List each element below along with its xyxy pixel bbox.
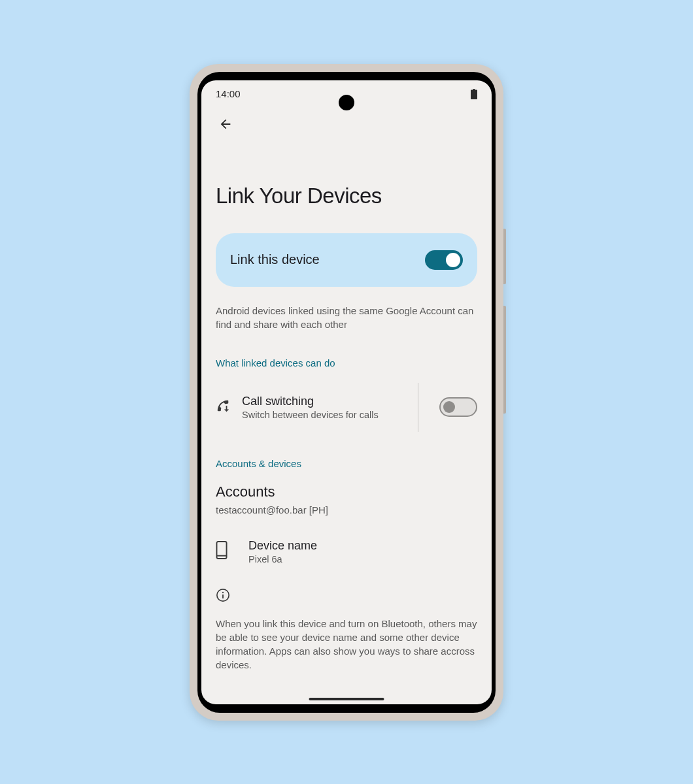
- accounts-email: testaccount@foo.bar [PH]: [216, 504, 477, 515]
- page-title: Link Your Devices: [216, 184, 477, 208]
- svg-point-3: [222, 591, 224, 593]
- link-device-label: Link this device: [230, 252, 320, 267]
- smartphone-icon: [216, 541, 231, 562]
- call-switching-subtitle: Switch between devices for calls: [242, 410, 407, 420]
- volume-button: [503, 306, 506, 414]
- device-name-item[interactable]: Device name Pixel 6a: [216, 539, 477, 564]
- disclosure-text: When you link this device and turn on Bl…: [216, 617, 477, 672]
- screen: 14:00 Link Your Devices Link this device…: [201, 80, 492, 704]
- info-icon: [216, 588, 477, 605]
- call-switching-row[interactable]: Call switching Switch between devices fo…: [216, 383, 477, 432]
- back-button[interactable]: [218, 117, 233, 134]
- call-switching-toggle[interactable]: [439, 397, 477, 417]
- linked-devices-header: What linked devices can do: [216, 357, 477, 368]
- camera-punch: [339, 95, 354, 110]
- accounts-title: Accounts: [216, 483, 477, 500]
- power-button: [503, 229, 506, 284]
- link-device-toggle[interactable]: [425, 250, 463, 270]
- battery-icon: [471, 89, 477, 99]
- phone-callback-icon: [216, 399, 231, 416]
- divider: [418, 383, 418, 432]
- status-time: 14:00: [216, 88, 241, 99]
- phone-bezel: 14:00 Link Your Devices Link this device…: [197, 72, 496, 713]
- link-description: Android devices linked using the same Go…: [216, 304, 477, 331]
- call-switching-title: Call switching: [242, 395, 407, 408]
- accounts-devices-header: Accounts & devices: [216, 458, 477, 469]
- accounts-item[interactable]: Accounts testaccount@foo.bar [PH]: [216, 483, 477, 515]
- navigation-bar[interactable]: [309, 698, 384, 700]
- device-name-label: Device name: [248, 539, 477, 553]
- phone-frame: 14:00 Link Your Devices Link this device…: [190, 64, 503, 721]
- svg-rect-4: [222, 594, 224, 598]
- link-device-card: Link this device: [216, 233, 477, 287]
- device-name-value: Pixel 6a: [248, 554, 477, 564]
